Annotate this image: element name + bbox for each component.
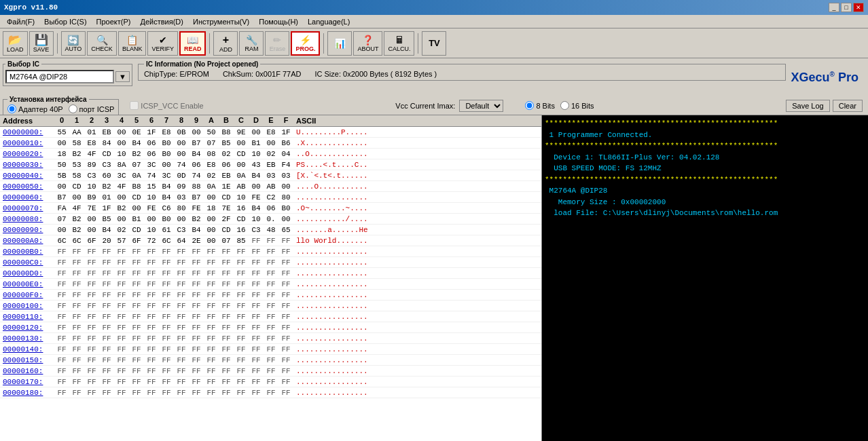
hex-byte[interactable]: FF: [264, 269, 278, 277]
hex-byte[interactable]: FF: [219, 389, 234, 397]
hex-byte[interactable]: FF: [204, 345, 219, 353]
hex-byte[interactable]: CD: [129, 193, 144, 202]
hex-byte[interactable]: FF: [234, 280, 249, 288]
prog-button[interactable]: ⚡ PROG.: [291, 31, 320, 56]
hex-byte[interactable]: FF: [54, 378, 69, 386]
hex-byte[interactable]: FF: [264, 345, 278, 353]
hex-byte[interactable]: 00: [174, 150, 189, 158]
hex-byte[interactable]: FF: [264, 367, 278, 375]
hex-byte[interactable]: FF: [159, 269, 174, 277]
hex-byte[interactable]: 00: [234, 139, 249, 147]
hex-byte[interactable]: FF: [234, 345, 249, 353]
hex-byte[interactable]: FF: [234, 248, 249, 256]
hex-byte[interactable]: FF: [159, 280, 174, 288]
hex-byte[interactable]: FF: [54, 313, 69, 321]
hex-byte[interactable]: FF: [114, 378, 129, 386]
hex-byte[interactable]: 06: [144, 150, 159, 158]
hex-byte[interactable]: 72: [144, 237, 159, 245]
hex-byte[interactable]: 18: [54, 150, 69, 158]
hex-byte[interactable]: FF: [114, 334, 129, 343]
hex-byte[interactable]: FF: [159, 367, 174, 375]
hex-byte[interactable]: FF: [219, 248, 234, 256]
hex-byte[interactable]: FF: [54, 248, 69, 256]
hex-byte[interactable]: FF: [54, 367, 69, 375]
hex-byte[interactable]: FF: [129, 302, 144, 310]
hex-byte[interactable]: FF: [144, 313, 159, 321]
hex-byte[interactable]: B4: [99, 226, 114, 234]
stat-button[interactable]: 📊: [327, 31, 352, 56]
hex-byte[interactable]: FF: [159, 258, 174, 267]
16bits-label[interactable]: 16 Bits: [560, 101, 594, 110]
auto-button[interactable]: 🔄 AUTO: [61, 31, 86, 56]
hex-byte[interactable]: FF: [129, 291, 144, 299]
hex-byte[interactable]: FF: [219, 313, 234, 321]
hex-byte[interactable]: 53: [69, 161, 84, 169]
hex-byte[interactable]: 0.: [264, 215, 278, 223]
hex-byte[interactable]: FF: [129, 258, 144, 267]
hex-byte[interactable]: FF: [99, 378, 114, 386]
hex-byte[interactable]: B2: [129, 150, 144, 158]
hex-byte[interactable]: FF: [159, 302, 174, 310]
hex-byte[interactable]: FF: [264, 291, 278, 299]
hex-byte[interactable]: FF: [69, 324, 84, 332]
adapter-40p-radio[interactable]: [7, 104, 16, 113]
hex-byte[interactable]: FF: [54, 345, 69, 353]
hex-byte[interactable]: FF: [99, 313, 114, 321]
save-log-button[interactable]: Save Log: [786, 100, 829, 112]
hex-byte[interactable]: 0A: [204, 183, 219, 191]
hex-byte[interactable]: 4F: [114, 183, 129, 191]
hex-address[interactable]: 00000090:: [0, 226, 54, 234]
hex-byte[interactable]: 00: [204, 226, 219, 234]
hex-editor[interactable]: Address 0 1 2 3 4 5 6 7 8 9 A B C D E F …: [0, 115, 542, 441]
hex-address[interactable]: 00000010:: [0, 139, 54, 147]
hex-byte[interactable]: 00: [174, 139, 189, 147]
hex-address[interactable]: 00000080:: [0, 215, 54, 223]
hex-byte[interactable]: FF: [219, 302, 234, 310]
hex-byte[interactable]: FF: [69, 389, 84, 397]
hex-byte[interactable]: FF: [84, 291, 99, 299]
hex-byte[interactable]: 1F: [144, 128, 159, 136]
hex-address[interactable]: 00000040:: [0, 172, 54, 180]
hex-byte[interactable]: CD: [219, 193, 234, 202]
hex-byte[interactable]: B8: [219, 128, 234, 136]
hex-byte[interactable]: FF: [144, 248, 159, 256]
hex-address[interactable]: 00000020:: [0, 150, 54, 158]
hex-byte[interactable]: B4: [249, 204, 264, 212]
hex-byte[interactable]: C3: [84, 172, 99, 180]
hex-address[interactable]: 00000060:: [0, 193, 54, 202]
hex-byte[interactable]: FF: [204, 389, 219, 397]
hex-byte[interactable]: 9E: [234, 128, 249, 136]
hex-byte[interactable]: 00: [234, 161, 249, 169]
hex-byte[interactable]: FF: [99, 345, 114, 353]
hex-address[interactable]: 00000070:: [0, 204, 54, 212]
clear-button[interactable]: Clear: [833, 100, 863, 112]
hex-byte[interactable]: 00: [204, 215, 219, 223]
hex-byte[interactable]: 00: [114, 215, 129, 223]
hex-byte[interactable]: 00: [129, 204, 144, 212]
hex-byte[interactable]: 06: [189, 161, 204, 169]
hex-byte[interactable]: FE: [189, 204, 204, 212]
hex-byte[interactable]: FF: [114, 324, 129, 332]
about-button[interactable]: ❓ ABOUT: [353, 31, 382, 56]
hex-byte[interactable]: FF: [144, 378, 159, 386]
hex-byte[interactable]: 00: [144, 215, 159, 223]
hex-byte[interactable]: FF: [204, 356, 219, 364]
hex-byte[interactable]: FF: [159, 345, 174, 353]
ram-button[interactable]: 🔧 RAM: [239, 31, 264, 56]
hex-byte[interactable]: 3C: [114, 172, 129, 180]
hex-byte[interactable]: FF: [129, 248, 144, 256]
hex-byte[interactable]: FF: [219, 367, 234, 375]
hex-byte[interactable]: FF: [278, 313, 293, 321]
hex-byte[interactable]: FF: [129, 334, 144, 343]
hex-byte[interactable]: FF: [114, 248, 129, 256]
hex-byte[interactable]: 03: [278, 172, 293, 180]
icsp-port-radio[interactable]: [69, 104, 77, 113]
hex-byte[interactable]: FF: [114, 269, 129, 277]
hex-byte[interactable]: FF: [174, 291, 189, 299]
check-button[interactable]: 🔍 CHECK: [87, 31, 117, 56]
hex-byte[interactable]: B9: [84, 193, 99, 202]
hex-byte[interactable]: B4: [189, 150, 204, 158]
hex-byte[interactable]: FF: [84, 269, 99, 277]
tv-button[interactable]: TV: [422, 31, 446, 56]
erase-button[interactable]: ✏ Erase: [265, 31, 289, 56]
